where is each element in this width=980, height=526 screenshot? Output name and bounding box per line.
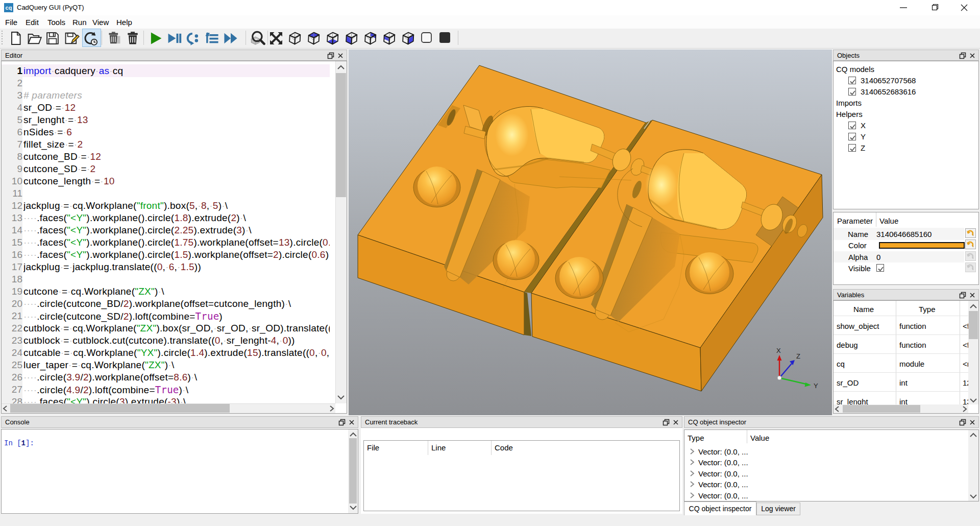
svg-text:Y: Y — [814, 382, 818, 390]
svg-text:X: X — [776, 347, 781, 354]
svg-text:Z: Z — [796, 352, 800, 360]
